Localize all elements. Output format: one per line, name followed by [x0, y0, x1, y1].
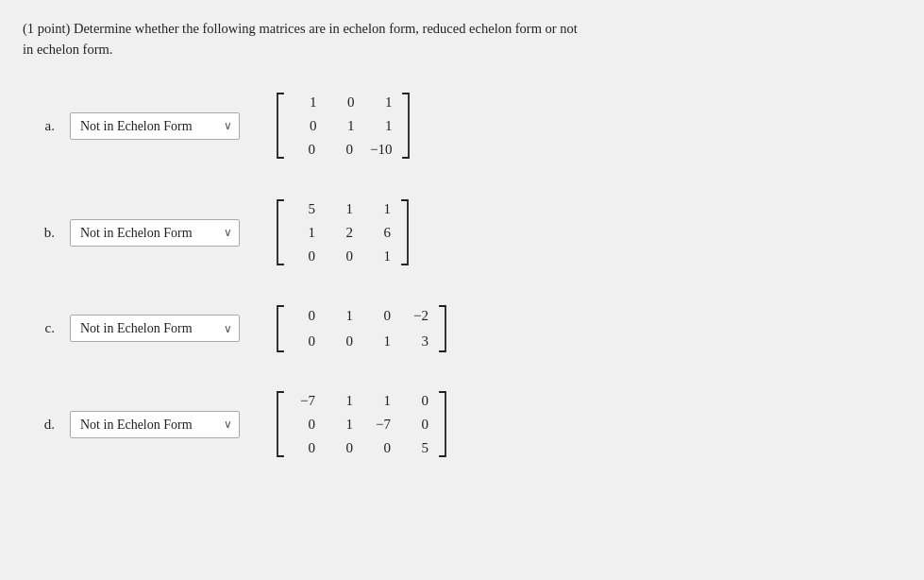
cell: 0 [295, 116, 316, 136]
matrix-row: 0 1 −7 0 [294, 415, 428, 435]
label-c: c. [32, 320, 55, 336]
cell: 0 [332, 332, 353, 351]
question-container: (1 point) Determine whether the followin… [23, 19, 901, 464]
problem-row-b: b. Not in Echelon Form Echelon Form Redu… [32, 194, 901, 272]
cell: −10 [370, 140, 392, 160]
cell: −7 [294, 391, 315, 411]
dropdown-container-a[interactable]: Not in Echelon Form Echelon Form Reduced… [70, 112, 240, 140]
cell: 5 [408, 438, 428, 458]
matrix-a: 1 0 1 0 1 1 0 0 −10 [274, 87, 412, 165]
bracket-left-b [274, 198, 285, 266]
bracket-left-a [274, 92, 285, 160]
cell: 0 [294, 332, 315, 351]
label-d: d. [32, 417, 55, 433]
cell: 1 [332, 415, 353, 435]
bracket-right-d [438, 390, 449, 458]
matrix-b: 5 1 1 1 2 6 0 0 1 [274, 194, 412, 272]
cell: 3 [408, 332, 428, 351]
matrix-cells-a: 1 0 1 0 1 1 0 0 −10 [285, 87, 401, 165]
cell: 2 [332, 223, 353, 243]
matrix-row: 1 2 6 [294, 223, 391, 243]
cell: 6 [370, 223, 391, 243]
cell: 1 [371, 93, 392, 112]
cell: 5 [294, 199, 315, 219]
cell: 0 [294, 415, 315, 435]
dropdown-container-c[interactable]: Not in Echelon Form Echelon Form Reduced… [70, 315, 240, 342]
matrix-row: 0 0 1 [294, 247, 391, 266]
matrix-d: −7 1 1 0 0 1 −7 0 0 0 0 [274, 385, 449, 464]
matrix-row: 0 1 0 −2 [294, 306, 428, 326]
matrix-row: 0 0 −10 [294, 140, 392, 160]
cell: 0 [408, 391, 428, 411]
cell: 0 [332, 438, 353, 458]
dropdown-container-b[interactable]: Not in Echelon Form Echelon Form Reduced… [70, 219, 240, 247]
cell: 0 [294, 247, 315, 266]
cell: 0 [332, 140, 353, 160]
matrix-row: −7 1 1 0 [294, 391, 428, 411]
matrix-row: 0 0 1 3 [294, 332, 428, 351]
matrix-c: 0 1 0 −2 0 0 1 3 [274, 300, 449, 357]
dropdown-a[interactable]: Not in Echelon Form Echelon Form Reduced… [70, 112, 240, 140]
cell: 1 [332, 199, 353, 219]
cell: 1 [370, 332, 391, 351]
matrix-row: 5 1 1 [294, 199, 391, 219]
dropdown-d[interactable]: Not in Echelon Form Echelon Form Reduced… [70, 411, 240, 438]
cell: 0 [370, 438, 391, 458]
cell: 0 [332, 247, 353, 266]
cell: −7 [370, 415, 391, 435]
dropdown-container-d[interactable]: Not in Echelon Form Echelon Form Reduced… [70, 411, 240, 438]
cell: 1 [370, 199, 391, 219]
cell: 0 [294, 438, 315, 458]
cell: 1 [332, 391, 353, 411]
matrix-row: 0 0 0 5 [294, 438, 428, 458]
bracket-right-b [400, 198, 412, 266]
bracket-right-c [438, 304, 449, 353]
cell: 1 [370, 247, 391, 266]
cell: 1 [295, 93, 316, 112]
label-b: b. [32, 225, 55, 241]
cell: 1 [333, 116, 354, 136]
problems-list: a. Not in Echelon Form Echelon Form Redu… [23, 87, 901, 464]
cell: 0 [333, 93, 354, 112]
cell: 1 [370, 391, 391, 411]
cell: 0 [370, 306, 391, 326]
cell: 1 [294, 223, 315, 243]
problem-row-a: a. Not in Echelon Form Echelon Form Redu… [32, 87, 901, 165]
bracket-left-d [274, 390, 285, 458]
question-text: (1 point) Determine whether the followin… [23, 19, 683, 60]
matrix-row: 0 1 1 [294, 116, 392, 136]
bracket-right-a [401, 92, 412, 160]
label-a: a. [32, 118, 55, 134]
cell: 1 [332, 306, 353, 326]
dropdown-b[interactable]: Not in Echelon Form Echelon Form Reduced… [70, 219, 240, 247]
cell: 1 [371, 116, 392, 136]
matrix-cells-b: 5 1 1 1 2 6 0 0 1 [285, 194, 400, 272]
problem-row-c: c. Not in Echelon Form Echelon Form Redu… [32, 300, 901, 357]
matrix-cells-c: 0 1 0 −2 0 0 1 3 [285, 300, 438, 357]
problem-row-d: d. Not in Echelon Form Echelon Form Redu… [32, 385, 901, 464]
matrix-cells-d: −7 1 1 0 0 1 −7 0 0 0 0 [285, 385, 438, 464]
cell: 0 [408, 415, 428, 435]
dropdown-c[interactable]: Not in Echelon Form Echelon Form Reduced… [70, 315, 240, 342]
bracket-left-c [274, 304, 285, 353]
matrix-row: 1 0 1 [294, 93, 392, 112]
cell: 0 [294, 306, 315, 326]
cell: 0 [294, 140, 315, 160]
cell: −2 [408, 306, 428, 326]
